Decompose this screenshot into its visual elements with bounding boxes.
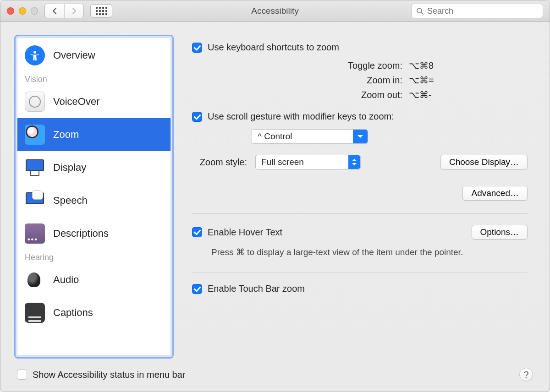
sidebar[interactable]: Overview Vision VoiceOver Zoom Display: [17, 38, 171, 356]
scroll-modifier-value: ^ Control: [258, 131, 292, 142]
use-keyboard-label: Use keyboard shortcuts to zoom: [208, 42, 339, 53]
sidebar-item-descriptions[interactable]: Descriptions: [17, 217, 170, 250]
help-icon: ?: [523, 370, 528, 380]
traffic-lights: [7, 7, 38, 15]
close-button[interactable]: [7, 7, 14, 15]
touchbar-checkbox[interactable]: [192, 284, 202, 294]
columns: Overview Vision VoiceOver Zoom Display: [14, 35, 536, 359]
hover-checkbox[interactable]: [192, 227, 202, 237]
back-button[interactable]: [45, 4, 64, 18]
sidebar-item-label: Overview: [53, 49, 95, 61]
descriptions-icon: [25, 223, 45, 244]
grid-icon: [96, 7, 107, 15]
toggle-zoom-label: Toggle zoom:: [256, 58, 402, 73]
zoom-style-value: Full screen: [261, 157, 304, 167]
use-scroll-checkbox[interactable]: [192, 112, 202, 122]
touchbar-row: Enable Touch Bar zoom: [192, 283, 528, 294]
help-button[interactable]: ?: [519, 368, 533, 381]
hover-row: Enable Hover Text Options…: [192, 225, 528, 240]
advanced-row: Advanced…: [192, 186, 528, 201]
show-all-button[interactable]: [90, 4, 112, 18]
use-scroll-label: Use scroll gesture with modifier keys to…: [208, 111, 394, 122]
sidebar-group-vision: Vision: [17, 72, 170, 85]
sidebar-focus-ring: Overview Vision VoiceOver Zoom Display: [14, 35, 174, 359]
sidebar-item-label: Descriptions: [53, 228, 109, 240]
status-menubar-checkbox[interactable]: [17, 370, 27, 380]
zoom-style-label: Zoom style:: [192, 157, 247, 168]
sidebar-item-label: Zoom: [53, 129, 79, 141]
hover-hint: Press ⌘ to display a large-text view of …: [211, 247, 528, 257]
choose-display-button[interactable]: Choose Display…: [440, 155, 528, 169]
chevron-right-icon: [72, 7, 77, 15]
preferences-window: Accessibility Overview Vision: [0, 0, 550, 392]
hover-label: Enable Hover Text: [208, 227, 282, 238]
shortcuts-table: Toggle zoom:⌥⌘8 Zoom in:⌥⌘= Zoom out:⌥⌘-: [256, 58, 464, 102]
zoom-out-keys: ⌥⌘-: [409, 87, 464, 102]
touchbar-label: Enable Touch Bar zoom: [208, 283, 305, 294]
forward-button[interactable]: [64, 4, 83, 18]
svg-point-2: [33, 51, 36, 54]
maximize-button[interactable]: [31, 7, 38, 15]
divider: [192, 213, 528, 214]
speech-icon: [25, 191, 45, 211]
display-icon: [25, 158, 45, 178]
svg-line-1: [421, 12, 423, 14]
toggle-zoom-keys: ⌥⌘8: [409, 58, 464, 73]
sidebar-item-speech[interactable]: Speech: [17, 184, 170, 217]
zoom-in-keys: ⌥⌘=: [409, 73, 464, 87]
sidebar-item-label: VoiceOver: [53, 96, 100, 108]
nav-back-forward: [44, 4, 84, 18]
titlebar: Accessibility: [0, 0, 550, 22]
settings-panel: Use keyboard shortcuts to zoom Toggle zo…: [187, 35, 536, 359]
zoom-style-row: Zoom style: Full screen Choose Display…: [192, 155, 528, 169]
sidebar-item-captions[interactable]: Captions: [17, 296, 170, 329]
zoom-in-label: Zoom in:: [256, 73, 402, 87]
sidebar-item-overview[interactable]: Overview: [17, 39, 170, 72]
use-keyboard-checkbox[interactable]: [192, 43, 202, 53]
window-body: Overview Vision VoiceOver Zoom Display: [0, 22, 550, 392]
zoom-icon: [25, 125, 45, 145]
sidebar-item-label: Audio: [53, 274, 79, 286]
advanced-button[interactable]: Advanced…: [462, 186, 528, 201]
zoom-style-select[interactable]: Full screen: [255, 155, 361, 169]
minimize-button[interactable]: [19, 7, 26, 15]
chevron-left-icon: [52, 7, 57, 15]
zoom-out-label: Zoom out:: [256, 87, 402, 102]
search-field[interactable]: [411, 4, 543, 18]
chevron-down-icon: [353, 130, 368, 143]
sidebar-item-label: Display: [53, 162, 86, 174]
sidebar-item-audio[interactable]: Audio: [17, 263, 170, 296]
sidebar-item-voiceover[interactable]: VoiceOver: [17, 85, 170, 118]
status-menubar-label: Show Accessibility status in menu bar: [33, 370, 186, 380]
sidebar-group-hearing: Hearing: [17, 250, 170, 263]
hover-options-button[interactable]: Options…: [472, 225, 528, 240]
divider: [192, 272, 528, 272]
sidebar-item-label: Captions: [53, 307, 93, 319]
search-icon: [416, 7, 424, 15]
audio-icon: [25, 270, 45, 290]
updown-icon: [348, 155, 360, 169]
sidebar-item-label: Speech: [53, 195, 88, 207]
use-scroll-row: Use scroll gesture with modifier keys to…: [192, 111, 528, 122]
scroll-modifier-dropdown[interactable]: ^ Control: [252, 129, 368, 144]
search-input[interactable]: [427, 6, 538, 16]
sidebar-item-display[interactable]: Display: [17, 151, 170, 184]
footer: Show Accessibility status in menu bar ?: [14, 363, 536, 385]
sidebar-item-zoom[interactable]: Zoom: [17, 118, 170, 151]
accessibility-icon: [25, 45, 45, 65]
voiceover-icon: [25, 92, 45, 112]
captions-icon: [25, 303, 45, 323]
use-keyboard-row: Use keyboard shortcuts to zoom: [192, 42, 528, 53]
